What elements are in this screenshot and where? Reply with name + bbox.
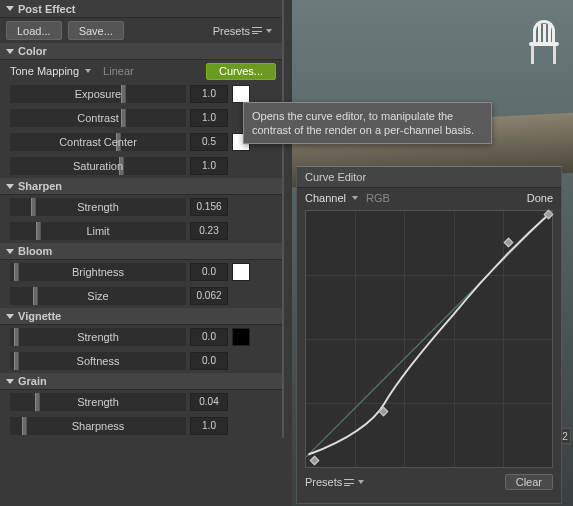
- exposure-row: Exposure 1.0: [0, 82, 282, 106]
- chevron-down-icon: [358, 480, 364, 484]
- exposure-value[interactable]: 1.0: [190, 85, 228, 103]
- post-effect-header[interactable]: Post Effect: [0, 0, 282, 18]
- curves-button[interactable]: Curves...: [206, 63, 276, 80]
- chevron-down-icon: [266, 29, 272, 33]
- sharpen-strength-row: Strength 0.156: [0, 195, 282, 219]
- grain-strength-row: Strength 0.04: [0, 390, 282, 414]
- presets-label: Presets: [213, 25, 250, 37]
- chevron-down-icon[interactable]: [85, 69, 91, 73]
- curve-svg: [306, 211, 552, 457]
- collapse-icon: [6, 49, 14, 54]
- channel-label: Channel: [305, 192, 346, 204]
- contrast-center-row: Contrast Center 0.5: [0, 130, 282, 154]
- exposure-slider[interactable]: Exposure: [10, 85, 186, 103]
- curve-presets-dropdown[interactable]: Presets: [305, 476, 368, 488]
- bloom-brightness-value[interactable]: 0.0: [190, 263, 228, 281]
- sharpen-limit-value[interactable]: 0.23: [190, 222, 228, 240]
- collapse-icon: [6, 184, 14, 189]
- curve-editor-panel: Curve Editor Channel RGB Done Presets Cl…: [296, 166, 562, 504]
- collapse-icon: [6, 314, 14, 319]
- vignette-header[interactable]: Vignette: [0, 308, 282, 325]
- collapse-icon: [6, 379, 14, 384]
- list-icon: [344, 479, 354, 486]
- contrast-row: Contrast 1.0: [0, 106, 282, 130]
- section-title: Color: [18, 45, 47, 57]
- bloom-header[interactable]: Bloom: [0, 243, 282, 260]
- collapse-icon: [6, 249, 14, 254]
- header-buttons: Load... Save... Presets: [0, 18, 282, 43]
- vignette-softness-value[interactable]: 0.0: [190, 352, 228, 370]
- grain-header[interactable]: Grain: [0, 373, 282, 390]
- vignette-strength-row: Strength 0.0: [0, 325, 282, 349]
- bloom-swatch[interactable]: [232, 263, 250, 281]
- curve-canvas[interactable]: [305, 210, 553, 468]
- slider-label: Exposure: [75, 88, 121, 100]
- save-button[interactable]: Save...: [68, 21, 124, 40]
- list-icon: [252, 27, 262, 34]
- collapse-icon: [6, 6, 14, 11]
- clear-button[interactable]: Clear: [505, 474, 553, 490]
- grain-strength-value[interactable]: 0.04: [190, 393, 228, 411]
- vignette-softness-row: Softness 0.0: [0, 349, 282, 373]
- vignette-strength-value[interactable]: 0.0: [190, 328, 228, 346]
- vignette-swatch[interactable]: [232, 328, 250, 346]
- bloom-size-value[interactable]: 0.062: [190, 287, 228, 305]
- contrast-value[interactable]: 1.0: [190, 109, 228, 127]
- sharpen-strength-slider[interactable]: Strength: [10, 198, 186, 216]
- sharpen-limit-row: Limit 0.23: [0, 219, 282, 243]
- curve-footer: Presets Clear: [297, 472, 561, 494]
- panel-title: Post Effect: [18, 3, 75, 15]
- load-button[interactable]: Load...: [6, 21, 62, 40]
- vignette-softness-slider[interactable]: Softness: [10, 352, 186, 370]
- sharpen-limit-slider[interactable]: Limit: [10, 222, 186, 240]
- curves-tooltip: Opens the curve editor, to manipulate th…: [243, 102, 492, 144]
- sharpen-strength-value[interactable]: 0.156: [190, 198, 228, 216]
- chair-prop: [527, 20, 563, 66]
- done-button[interactable]: Done: [527, 192, 553, 204]
- bloom-brightness-slider[interactable]: Brightness: [10, 263, 186, 281]
- grain-sharpness-slider[interactable]: Sharpness: [10, 417, 186, 435]
- saturation-slider[interactable]: Saturation: [10, 157, 186, 175]
- grain-sharpness-row: Sharpness 1.0: [0, 414, 282, 438]
- exposure-swatch[interactable]: [232, 85, 250, 103]
- grain-sharpness-value[interactable]: 1.0: [190, 417, 228, 435]
- curve-editor-title: Curve Editor: [297, 167, 561, 188]
- saturation-row: Saturation 1.0: [0, 154, 282, 178]
- tone-mapping-label: Tone Mapping: [10, 65, 79, 77]
- contrast-center-value[interactable]: 0.5: [190, 133, 228, 151]
- grain-strength-slider[interactable]: Strength: [10, 393, 186, 411]
- bloom-size-row: Size 0.062: [0, 284, 282, 308]
- tone-mapping-mode[interactable]: Linear: [103, 65, 134, 77]
- slider-handle[interactable]: [121, 85, 126, 103]
- channel-row: Channel RGB Done: [297, 188, 561, 208]
- channel-value[interactable]: RGB: [366, 192, 390, 204]
- sharpen-header[interactable]: Sharpen: [0, 178, 282, 195]
- contrast-center-slider[interactable]: Contrast Center: [10, 133, 186, 151]
- color-header[interactable]: Color: [0, 43, 282, 60]
- presets-dropdown[interactable]: Presets: [213, 25, 276, 37]
- bloom-brightness-row: Brightness 0.0: [0, 260, 282, 284]
- vignette-strength-slider[interactable]: Strength: [10, 328, 186, 346]
- post-effect-panel: Post Effect Load... Save... Presets Colo…: [0, 0, 284, 438]
- chevron-down-icon[interactable]: [352, 196, 358, 200]
- svg-line-0: [306, 211, 552, 457]
- bloom-size-slider[interactable]: Size: [10, 287, 186, 305]
- tone-mapping-row: Tone Mapping Linear Curves...: [0, 60, 282, 82]
- saturation-value[interactable]: 1.0: [190, 157, 228, 175]
- contrast-slider[interactable]: Contrast: [10, 109, 186, 127]
